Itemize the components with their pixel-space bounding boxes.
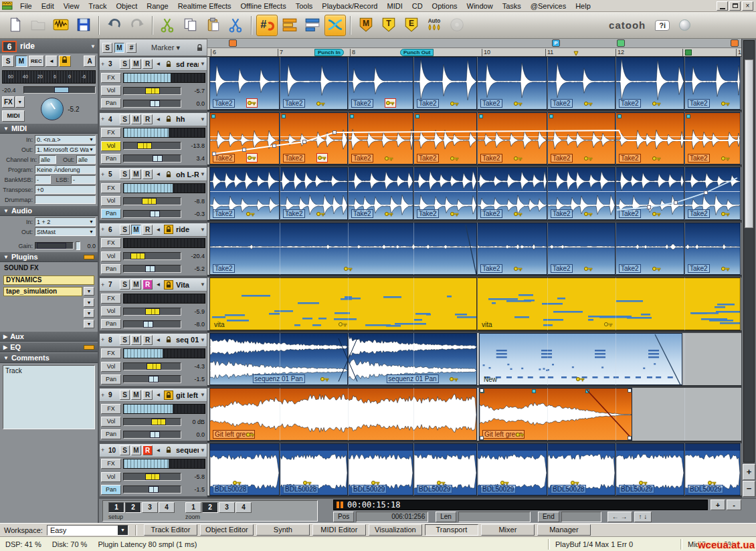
eq-section-header[interactable]: ▶EQ: [0, 342, 98, 352]
expand-track-icon[interactable]: +: [101, 282, 107, 288]
object-edit-button[interactable]: [302, 15, 323, 36]
object-key-icon[interactable]: [316, 100, 325, 108]
restore-button[interactable]: [729, 1, 741, 11]
object-key-icon[interactable]: [652, 210, 661, 218]
playback-cursor[interactable]: [209, 57, 210, 110]
track-fx-button[interactable]: FX: [101, 404, 121, 414]
panel-button-transport[interactable]: Transport: [425, 524, 478, 536]
object-key-icon[interactable]: [371, 479, 380, 487]
marker-dropdown[interactable]: Marker ▾: [138, 43, 193, 52]
track-monitor-icon[interactable]: ◄: [154, 171, 163, 177]
yellow-marker-icon[interactable]: [573, 49, 578, 54]
track-pan-slider[interactable]: [123, 320, 181, 328]
track-lock-icon[interactable]: [164, 225, 173, 234]
track-volume-button[interactable]: Vol: [101, 86, 121, 96]
marker-e-button[interactable]: E: [401, 15, 422, 36]
track-fx-button[interactable]: FX: [101, 238, 121, 248]
menu-item-realtime-effects[interactable]: Realtime Effects: [173, 1, 236, 11]
auto-button[interactable]: Auto: [423, 15, 445, 36]
track-pan-button[interactable]: Pan: [101, 264, 121, 274]
track-header-5[interactable]: +5SMR◄oh L-R▼: [100, 168, 207, 181]
track-record-button[interactable]: R: [143, 390, 153, 400]
audio-clip-take2[interactable]: Take2: [684, 57, 741, 110]
menu-item-file[interactable]: File: [15, 1, 37, 11]
object-key-icon[interactable]: [514, 154, 523, 162]
object-key-icon[interactable]: [514, 265, 523, 273]
new-file-button[interactable]: [5, 15, 26, 36]
all-solo-button[interactable]: S: [102, 43, 112, 53]
object-key-icon[interactable]: [584, 265, 593, 273]
audio-clip-take2[interactable]: Take2: [684, 112, 741, 165]
track-volume-slider[interactable]: [123, 197, 181, 205]
midi-in-select[interactable]: 0. <n.a.>▼: [35, 135, 96, 144]
track-options-chevron-icon[interactable]: ▼: [200, 61, 205, 67]
clip-selection-handle[interactable]: [479, 114, 483, 118]
track-record-button[interactable]: R: [143, 335, 153, 345]
comments-section-header[interactable]: ▼Comments: [0, 352, 98, 363]
audio-clip-git-left-green[interactable]: Git left green: [479, 388, 632, 441]
panel-button-track-editor[interactable]: Track Editor: [144, 524, 197, 536]
clip-corner-handle[interactable]: [628, 389, 632, 393]
vertical-scrollbar[interactable]: + −: [741, 39, 756, 498]
track-options-chevron-icon[interactable]: ▼: [200, 171, 205, 177]
object-key-icon[interactable]: [721, 210, 730, 218]
object-key-icon[interactable]: [246, 98, 258, 108]
object-key-icon[interactable]: [385, 210, 393, 218]
track-monitor-icon[interactable]: ◄: [154, 392, 163, 398]
audio-clip-vita[interactable]: vita: [477, 278, 741, 330]
track-volume-slider[interactable]: [123, 87, 181, 95]
menu-item-cd[interactable]: CD: [407, 1, 428, 11]
lane-oh-l-r[interactable]: Take2Take2Take2Take2Take2Take2Take2Take2: [207, 167, 741, 221]
audio-clip-take2[interactable]: Take2: [209, 112, 280, 165]
track-pan-slider[interactable]: [123, 154, 181, 162]
track-record-button[interactable]: R: [143, 280, 153, 290]
clip-selection-handle[interactable]: [585, 389, 589, 393]
track-volume-slider[interactable]: [123, 473, 181, 481]
track-monitor-icon[interactable]: ◄: [154, 282, 163, 288]
audio-clip-take2[interactable]: Take2: [413, 57, 477, 110]
track-fx-button[interactable]: FX: [101, 459, 121, 469]
object-key-icon[interactable]: [721, 154, 730, 162]
track-name[interactable]: seq 01: [175, 336, 199, 344]
menu-item-offline-effects[interactable]: Offline Effects: [236, 1, 291, 11]
object-key-icon[interactable]: [708, 479, 717, 487]
len-value-field[interactable]: [458, 512, 531, 522]
track-pan-slider[interactable]: [123, 375, 181, 383]
zoom-button-1[interactable]: 1: [185, 502, 201, 513]
track-mute-button[interactable]: M: [131, 280, 141, 290]
grid-button[interactable]: #: [126, 43, 136, 53]
midi-channel-in-field[interactable]: alle: [39, 155, 56, 164]
track-pan-button[interactable]: Pan: [101, 98, 121, 108]
audio-clip-take2[interactable]: Take2: [684, 167, 741, 220]
midi-section-header[interactable]: ▼MIDI: [0, 123, 98, 134]
object-key-icon[interactable]: [344, 265, 353, 273]
menu-item-edit[interactable]: Edit: [37, 1, 59, 11]
track-options-chevron-icon[interactable]: ▼: [200, 447, 205, 453]
audio-clip-take2[interactable]: Take2: [477, 167, 547, 220]
track-row-6[interactable]: +6SMR◄ride▼FXVol-20.4Pan-5.2: [99, 223, 207, 276]
solo-button[interactable]: S: [2, 56, 14, 67]
object-key-icon[interactable]: [246, 210, 255, 218]
track-volume-button[interactable]: Vol: [101, 196, 121, 206]
close-button[interactable]: ×: [742, 1, 753, 11]
track-header-9[interactable]: +9SMR◄git left▼: [100, 389, 207, 402]
track-name[interactable]: ride: [175, 225, 199, 233]
playback-cursor[interactable]: [209, 223, 210, 276]
track-header-8[interactable]: +8SMR◄seq 01▼: [100, 334, 207, 347]
track-pan-slider[interactable]: [123, 265, 181, 273]
open-file-button[interactable]: [27, 15, 49, 36]
wave-project-button[interactable]: [50, 15, 72, 36]
track-solo-button[interactable]: S: [120, 390, 130, 400]
scroll-left-right-buttons[interactable]: ← →: [607, 512, 632, 522]
audio-clip-take2[interactable]: Take2: [547, 112, 616, 165]
track-solo-button[interactable]: S: [120, 59, 130, 69]
audio-clip-take2[interactable]: Take2: [616, 223, 684, 276]
workspace-dropdown-arrow[interactable]: ▼: [118, 526, 128, 535]
lock-button[interactable]: [59, 56, 71, 67]
audio-clip-take2[interactable]: Take2: [413, 112, 477, 165]
track-volume-slider[interactable]: [123, 362, 181, 370]
cut-button[interactable]: [157, 15, 179, 36]
playback-cursor[interactable]: [209, 333, 210, 386]
menu-item-tools[interactable]: Tools: [291, 1, 318, 11]
zoom-button-3[interactable]: 3: [219, 502, 235, 513]
